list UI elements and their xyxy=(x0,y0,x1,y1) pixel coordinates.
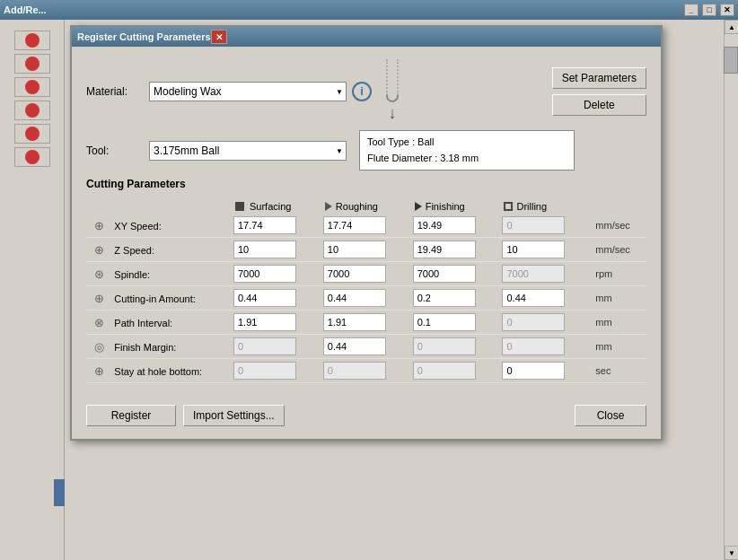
param-name-spindle: Spindle: xyxy=(114,269,150,280)
footer-left-buttons: Register Import Settings... xyxy=(86,405,285,426)
param-drilling-finish_margin xyxy=(498,335,588,359)
param-surfacing-cutting_in xyxy=(230,286,320,311)
material-row: Material: Modeling Wax i ↓ xyxy=(86,59,646,123)
input-finishing-cutting_in[interactable] xyxy=(413,289,476,307)
param-roughing-stay_at_hole xyxy=(320,359,409,383)
input-roughing-finish_margin[interactable] xyxy=(323,337,386,355)
info-icon[interactable]: i xyxy=(352,82,372,101)
drilling-checkbox[interactable] xyxy=(504,202,513,211)
sidebar-item-5[interactable] xyxy=(14,124,50,144)
set-parameters-button[interactable]: Set Parameters xyxy=(552,67,646,89)
param-name-finish_margin: Finish Margin: xyxy=(114,342,176,353)
surfacing-checkbox[interactable] xyxy=(235,202,244,211)
maximize-button[interactable]: □ xyxy=(702,4,716,16)
input-drilling-finish_margin xyxy=(502,337,565,355)
param-unit-stay_at_hole: sec xyxy=(588,359,646,383)
input-roughing-cutting_in[interactable] xyxy=(323,289,386,307)
input-roughing-z_speed[interactable] xyxy=(323,241,386,258)
params-table: Surfacing Roughing Fin xyxy=(86,199,646,383)
input-surfacing-z_speed[interactable] xyxy=(233,241,296,258)
param-name-cutting_in: Cutting-in Amount: xyxy=(114,293,196,304)
input-surfacing-path_interval[interactable] xyxy=(233,313,296,331)
input-roughing-xy_speed[interactable] xyxy=(323,216,386,234)
param-icon-stay_at_hole: ⊕ xyxy=(90,363,108,379)
param-label-path_interval: ⊗ Path Interval: xyxy=(86,311,230,335)
param-drilling-path_interval xyxy=(498,311,588,335)
roughing-icon xyxy=(325,202,332,211)
param-row-stay_at_hole: ⊕ Stay at hole bottom: sec xyxy=(86,359,646,383)
delete-button[interactable]: Delete xyxy=(552,94,646,116)
sidebar-item-3[interactable] xyxy=(14,77,50,97)
sidebar-icon-2 xyxy=(25,57,40,71)
finishing-icon xyxy=(415,202,422,211)
sidebar-icon-1 xyxy=(25,33,40,48)
param-roughing-finish_margin xyxy=(320,335,409,359)
scroll-down-btn[interactable]: ▼ xyxy=(725,546,738,560)
input-finishing-xy_speed[interactable] xyxy=(413,216,476,234)
sidebar-active-indicator xyxy=(54,479,65,506)
input-surfacing-xy_speed[interactable] xyxy=(233,216,296,234)
input-roughing-stay_at_hole xyxy=(323,362,386,380)
right-scrollbar: ▲ ▼ xyxy=(724,20,738,560)
input-drilling-stay_at_hole[interactable] xyxy=(502,362,565,380)
tool-label: Tool: xyxy=(86,144,149,157)
tool-select[interactable]: 3.175mm Ball xyxy=(149,141,347,161)
sidebar-item-2[interactable] xyxy=(14,54,50,74)
header-finishing: Finishing xyxy=(409,199,499,214)
param-surfacing-xy_speed xyxy=(230,214,320,238)
param-label-finish_margin: ◎ Finish Margin: xyxy=(86,335,230,359)
input-surfacing-stay_at_hole xyxy=(233,362,296,380)
header-roughing: Roughing xyxy=(320,199,409,214)
register-button[interactable]: Register xyxy=(86,405,176,426)
param-roughing-path_interval xyxy=(320,311,409,335)
param-surfacing-spindle xyxy=(230,262,320,286)
sidebar-item-1[interactable] xyxy=(14,31,50,50)
param-icon-xy_speed: ⊕ xyxy=(90,217,108,233)
sidebar-icon-4 xyxy=(25,103,40,118)
app-titlebar: Add/Re... _ □ ✕ xyxy=(0,0,738,20)
import-settings-button[interactable]: Import Settings... xyxy=(183,405,285,426)
param-finishing-xy_speed xyxy=(409,214,499,238)
header-surfacing: Surfacing xyxy=(230,199,320,214)
param-finishing-z_speed xyxy=(409,238,499,262)
input-finishing-spindle[interactable] xyxy=(413,265,476,283)
param-finishing-cutting_in xyxy=(409,286,499,311)
param-surfacing-finish_margin xyxy=(230,335,320,359)
close-app-button[interactable]: ✕ xyxy=(720,4,734,16)
sidebar-icon-3 xyxy=(25,80,40,94)
input-finishing-finish_margin xyxy=(413,337,476,355)
tool-info-line1: Tool Type : Ball xyxy=(367,135,567,151)
param-label-z_speed: ⊕ Z Speed: xyxy=(86,238,230,262)
param-unit-z_speed: mm/sec xyxy=(588,238,646,262)
scroll-up-btn[interactable]: ▲ xyxy=(725,20,738,34)
dialog-close-button[interactable]: ✕ xyxy=(211,30,227,44)
sidebar-item-6[interactable] xyxy=(14,147,50,167)
param-finishing-finish_margin xyxy=(409,335,499,359)
param-unit-cutting_in: mm xyxy=(588,286,646,311)
param-finishing-path_interval xyxy=(409,311,499,335)
input-surfacing-spindle[interactable] xyxy=(233,265,296,283)
material-select[interactable]: Modeling Wax xyxy=(149,82,347,101)
param-drilling-z_speed xyxy=(498,238,588,262)
input-roughing-spindle[interactable] xyxy=(323,265,386,283)
input-roughing-path_interval[interactable] xyxy=(323,313,386,331)
input-drilling-z_speed[interactable] xyxy=(502,241,565,258)
param-unit-spindle: rpm xyxy=(588,262,646,286)
param-surfacing-stay_at_hole xyxy=(230,359,320,383)
param-icon-z_speed: ⊕ xyxy=(90,241,108,258)
input-surfacing-cutting_in[interactable] xyxy=(233,289,296,307)
sidebar-item-4[interactable] xyxy=(14,101,50,120)
param-icon-path_interval: ⊗ xyxy=(90,314,108,330)
param-row-z_speed: ⊕ Z Speed: mm/sec xyxy=(86,238,646,262)
input-finishing-path_interval[interactable] xyxy=(413,313,476,331)
param-roughing-cutting_in xyxy=(320,286,409,311)
param-finishing-stay_at_hole xyxy=(409,359,499,383)
param-name-z_speed: Z Speed: xyxy=(114,245,154,256)
input-finishing-z_speed[interactable] xyxy=(413,241,476,258)
input-drilling-cutting_in[interactable] xyxy=(502,289,565,307)
sidebar-icon-5 xyxy=(25,127,40,141)
param-row-finish_margin: ◎ Finish Margin: mm xyxy=(86,335,646,359)
side-buttons: Set Parameters Delete xyxy=(552,67,646,116)
minimize-button[interactable]: _ xyxy=(684,4,698,16)
close-button[interactable]: Close xyxy=(575,405,646,426)
